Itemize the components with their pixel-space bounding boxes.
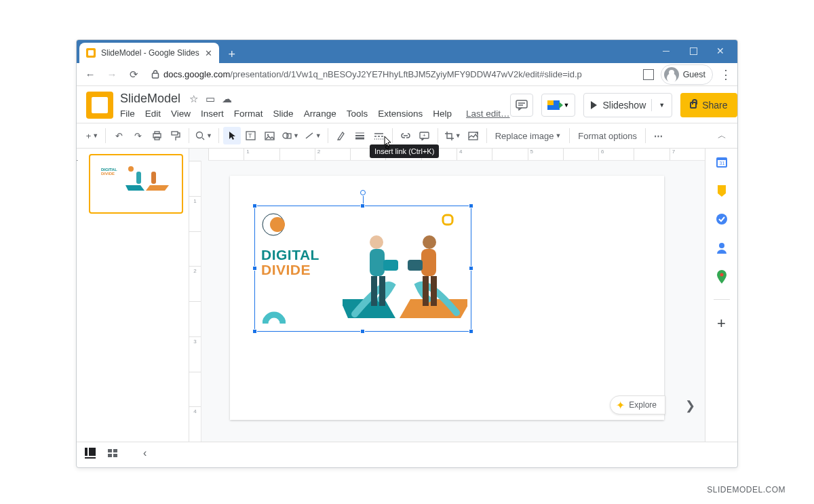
print-button[interactable] (148, 127, 166, 144)
explore-button[interactable]: ✦ Explore (610, 395, 665, 414)
svg-line-9 (202, 138, 204, 140)
resize-handle[interactable] (469, 266, 473, 271)
address-bar: ← → ⟳ docs.google.com/presentation/d/1Vw… (77, 63, 737, 86)
meet-button[interactable]: ▼ (541, 94, 576, 117)
document-title[interactable]: SlideModel (120, 92, 180, 106)
tab-close-icon[interactable]: ✕ (205, 48, 212, 58)
profile-button[interactable]: Guest (661, 64, 713, 85)
zoom-button[interactable]: ▼ (193, 127, 214, 144)
shape-button[interactable]: ▼ (280, 127, 301, 144)
menu-format[interactable]: Format (234, 109, 263, 119)
resize-handle[interactable] (360, 329, 365, 334)
mouse-cursor-icon (382, 136, 393, 149)
menu-slide[interactable]: Slide (273, 109, 294, 119)
comments-button[interactable] (510, 94, 533, 117)
menu-insert[interactable]: Insert (201, 109, 224, 119)
insert-link-tooltip: Insert link (Ctrl+K) (370, 144, 439, 158)
svg-text:31: 31 (719, 161, 724, 166)
collapse-toolbar-button[interactable]: ︿ (713, 127, 731, 144)
move-icon[interactable]: ▭ (206, 93, 215, 104)
border-color-button[interactable] (332, 127, 350, 144)
contacts-icon[interactable] (716, 241, 728, 254)
rotate-handle[interactable] (360, 190, 366, 195)
svg-point-26 (386, 146, 389, 149)
select-tool-button[interactable] (223, 127, 241, 144)
grid-view-button[interactable] (108, 449, 117, 457)
sidepanel-collapse-button[interactable]: ❯ (685, 398, 695, 413)
titlebar: SlideModel - Google Slides ✕ + ✕ (77, 40, 737, 63)
slide-canvas[interactable]: DIGITAL DIVIDE (230, 176, 664, 420)
undo-button[interactable]: ↶ (110, 127, 128, 144)
keep-icon[interactable] (716, 184, 728, 197)
window-close-button[interactable]: ✕ (708, 43, 733, 59)
slideshow-button[interactable]: Slideshow ▼ (583, 93, 672, 117)
calendar-icon[interactable]: 31 (715, 155, 729, 169)
textbox-button[interactable]: T (242, 127, 260, 144)
share-button[interactable]: Share (680, 93, 737, 117)
maps-icon[interactable] (716, 269, 727, 284)
svg-rect-53 (108, 454, 112, 457)
extensions-icon[interactable] (643, 69, 654, 80)
tab-title: SlideModel - Google Slides (101, 48, 199, 58)
replace-image-button[interactable]: Replace image▼ (491, 127, 566, 144)
url-field[interactable]: docs.google.com/presentation/d/1Vw1q_nBE… (147, 69, 638, 79)
resize-handle[interactable] (252, 266, 257, 271)
nav-back-button[interactable]: ← (82, 66, 98, 83)
resize-handle[interactable] (252, 329, 257, 334)
line-button[interactable]: ▼ (303, 127, 324, 144)
svg-rect-51 (108, 449, 112, 452)
svg-point-8 (197, 132, 203, 138)
speaker-notes-toggle[interactable]: ‹ (143, 447, 147, 459)
nav-reload-button[interactable]: ⟳ (125, 66, 142, 83)
svg-rect-54 (113, 454, 117, 457)
browser-tab[interactable]: SlideModel - Google Slides ✕ (79, 43, 219, 63)
menu-edit[interactable]: Edit (145, 109, 161, 119)
star-icon[interactable]: ☆ (189, 93, 198, 104)
canvas[interactable]: 1234567 1234 DIGITAL DIVIDE (189, 149, 705, 442)
cloud-saved-icon[interactable]: ☁ (222, 93, 232, 104)
slide-thumbnail[interactable]: DIGITAL DIVIDE (89, 154, 183, 214)
menu-arrange[interactable]: Arrange (304, 109, 336, 119)
explore-label: Explore (629, 400, 657, 410)
svg-rect-1 (516, 100, 527, 108)
menu-extensions[interactable]: Extensions (378, 109, 423, 119)
resize-handle[interactable] (469, 203, 473, 208)
new-slide-button[interactable]: +▼ (83, 127, 101, 144)
image-button[interactable] (261, 127, 279, 144)
paint-format-button[interactable] (167, 127, 185, 144)
crop-button[interactable]: ▼ (442, 127, 463, 144)
filmstrip-view-button[interactable] (85, 448, 96, 459)
resize-handle[interactable] (360, 203, 365, 208)
browser-menu-button[interactable]: ⋮ (720, 67, 732, 82)
window-maximize-button[interactable] (680, 43, 706, 59)
filmstrip[interactable]: 1 DIGITAL DIVIDE (77, 149, 189, 442)
mask-button[interactable] (465, 127, 482, 144)
slides-favicon-icon (86, 48, 96, 58)
chevron-down-icon[interactable]: ▼ (659, 102, 665, 109)
menu-help[interactable]: Help (433, 109, 452, 119)
svg-text:+: + (423, 132, 426, 138)
insert-link-button[interactable] (397, 127, 414, 144)
format-options-button[interactable]: Format options (574, 127, 641, 144)
redo-button[interactable]: ↷ (129, 127, 147, 144)
last-edit-link[interactable]: Last edit… (466, 109, 510, 119)
addons-button[interactable]: + (717, 315, 726, 332)
new-tab-button[interactable]: + (223, 45, 241, 63)
window-minimize-button[interactable] (653, 43, 679, 59)
menu-tools[interactable]: Tools (347, 109, 368, 119)
tasks-icon[interactable] (715, 212, 729, 226)
slides-logo-icon[interactable] (86, 92, 113, 119)
resize-handle[interactable] (469, 329, 473, 334)
url-text: docs.google.com/presentation/d/1Vw1q_nBE… (163, 69, 582, 79)
menu-view[interactable]: View (171, 109, 191, 119)
menu-file[interactable]: File (120, 109, 135, 119)
more-button[interactable]: ⋯ (650, 127, 667, 144)
resize-handle[interactable] (252, 203, 257, 208)
selection-box[interactable] (254, 206, 471, 332)
horizontal-ruler: 1234567 (208, 149, 705, 161)
border-weight-button[interactable] (351, 127, 369, 144)
insert-comment-button[interactable]: + (416, 127, 433, 144)
svg-rect-49 (85, 448, 88, 456)
chevron-down-icon: ▼ (564, 102, 570, 109)
nav-forward-button[interactable]: → (104, 66, 120, 83)
